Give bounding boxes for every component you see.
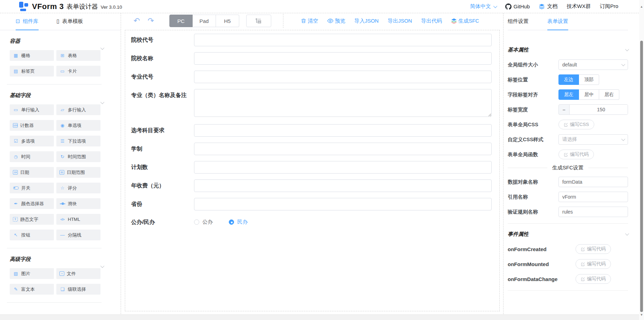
widget-item-table[interactable]: ⊞表格 [56,50,100,61]
align-right-button[interactable]: 居右 [599,89,619,100]
subscribe-pro-link[interactable]: 订阅Pro [600,3,618,10]
field-input[interactable] [194,52,492,65]
field-input[interactable] [194,198,492,210]
label-position-top-button[interactable]: 顶部 [579,74,599,85]
widget-item-time-range[interactable]: ↻时间范围 [56,151,100,162]
export-code-button[interactable]: 导出代码 [421,18,442,24]
preview-button[interactable]: 预览 [327,18,345,24]
widget-item-cascader[interactable]: ❏级联选择 [56,284,100,295]
horizontal-scrollbar[interactable] [0,314,644,320]
undo-button[interactable]: ↶ [134,17,140,25]
widget-item-color-picker[interactable]: ✒颜色选择器 [10,198,54,209]
scrollbar-thumb[interactable] [640,41,643,312]
export-json-button[interactable]: 导出JSON [388,18,412,24]
widget-item-date[interactable]: 19日期 [10,167,54,178]
edit-css-button[interactable]: 编写CSS [558,120,594,129]
widget-item-date-range[interactable]: 31日期范围 [56,167,100,178]
widget-item-checkbox[interactable]: ☑多选项 [10,136,54,146]
field-textarea[interactable] [194,89,492,117]
radio-option-public[interactable]: 公办 [194,219,213,225]
form-field-row[interactable]: 选考科目要求 [128,124,492,137]
language-selector[interactable]: 简体中文 [470,3,496,10]
widget-item-radio[interactable]: ◉单选项 [56,120,100,131]
widget-item-time[interactable]: ◷时间 [10,151,54,162]
widget-item-file[interactable]: ≡文件 [56,268,100,279]
widget-item-grid[interactable]: ▦栅格 [10,50,54,61]
data-object-name-input[interactable] [558,177,628,187]
edit-code-button[interactable]: 编写代码 [558,150,594,159]
align-left-button[interactable]: 居左 [558,89,579,100]
tab-form-settings[interactable]: 表单设置 [547,13,568,30]
edit-code-button[interactable]: 编写代码 [575,274,611,284]
vertical-scrollbar[interactable]: ▲ ▼ [639,0,644,320]
widget-item-divider[interactable]: —分隔线 [56,230,100,240]
form-field-row[interactable]: 省份 [128,198,492,210]
label-width-input[interactable] [569,105,628,114]
device-h5-button[interactable]: H5 [216,15,239,27]
wx-group-link[interactable]: 技术WX群 [566,3,590,10]
widget-item-rich-editor[interactable]: ✎富文本 [10,284,54,295]
device-pad-button[interactable]: Pad [193,15,216,27]
radio-option-private[interactable]: 民办 [229,219,248,225]
widget-item-rate[interactable]: ☆评分 [56,183,100,193]
field-input[interactable] [194,124,492,137]
field-input[interactable] [194,71,492,83]
align-center-button[interactable]: 居中 [579,89,599,100]
redo-button[interactable]: ↷ [147,17,154,25]
widget-item-number[interactable]: 123计数器 [10,120,54,131]
collapse-chevron-icon[interactable] [625,232,629,235]
edit-code-button[interactable]: 编写代码 [575,244,611,254]
import-json-button[interactable]: 导入JSON [354,18,379,24]
edit-code-button[interactable]: 编写代码 [575,259,611,269]
tab-widget-library[interactable]: ⊡ 组件库 [16,13,39,30]
decrease-button[interactable]: − [559,105,569,114]
form-field-row[interactable]: 院校名称 [128,52,492,65]
form-field-row[interactable]: 专业（类）名称及备注 [128,89,492,118]
form-field-row[interactable]: 学制 [128,143,492,155]
rules-name-input[interactable] [558,207,628,217]
widget-panel-tabs: ⊡ 组件库 ▯ 表单模板 [0,13,121,30]
node-tree-button[interactable] [246,15,271,27]
scroll-up-arrow-icon[interactable]: ▲ [639,5,644,8]
widget-item-input[interactable]: ▭单行输入 [10,104,54,115]
form-field-row[interactable]: 专业代号 [128,71,492,83]
widget-item-card[interactable]: ▭卡片 [56,66,100,77]
tab-widget-settings[interactable]: 组件设置 [508,13,529,30]
widget-item-tabs[interactable]: ▤标签页 [10,66,54,77]
device-pc-button[interactable]: PC [169,15,193,27]
form-field-row[interactable]: 院校代号 [128,34,492,46]
widget-item-switch[interactable]: 开关 [10,183,54,193]
event-label: onFormDataChange [508,276,558,282]
collapse-chevron-icon[interactable] [100,46,104,50]
html-icon: </> [59,218,65,221]
widget-item-slider[interactable]: 滑块 [56,198,100,209]
widget-item-picture[interactable]: ▧图片 [10,268,54,279]
github-link[interactable]: GitHub [505,3,530,10]
field-input[interactable] [194,34,492,46]
generate-sfc-button[interactable]: 生成SFC [451,18,479,24]
collapse-chevron-icon[interactable] [100,264,104,268]
widget-item-button[interactable]: ↖按钮 [10,230,54,240]
ref-name-input[interactable] [558,192,628,202]
widget-size-select[interactable]: default [558,59,628,70]
form-field-row[interactable]: 公办/民办 公办 民办 [128,219,492,226]
widget-item-select[interactable]: ☰下拉选项 [56,136,100,146]
form-field-row[interactable]: 计划数 [128,161,492,174]
field-input[interactable] [194,161,492,174]
clear-button[interactable]: 清空 [301,18,318,24]
custom-css-select[interactable]: 请选择 [558,134,628,145]
field-input[interactable] [194,143,492,155]
widget-item-html[interactable]: </>HTML [56,214,100,225]
label-position-left-button[interactable]: 左边 [558,74,579,85]
widget-item-static-text[interactable]: T静态文字 [10,214,54,225]
field-input[interactable] [194,179,492,192]
docs-link[interactable]: 文档 [539,3,557,10]
form-field-row[interactable]: 年收费（元） [128,179,492,192]
scroll-down-arrow-icon[interactable]: ▼ [639,313,644,317]
basic-props-header: 基本属性 [508,46,628,54]
widget-item-textarea[interactable]: ▱多行输入 [56,104,100,115]
collapse-chevron-icon[interactable] [625,47,629,51]
tab-form-template[interactable]: ▯ 表单模板 [57,13,83,30]
form-design-canvas[interactable]: 院校代号 院校名称 专业代号 专业（类）名称及备注 选考科目要求 [125,30,500,311]
collapse-chevron-icon[interactable] [100,100,104,104]
